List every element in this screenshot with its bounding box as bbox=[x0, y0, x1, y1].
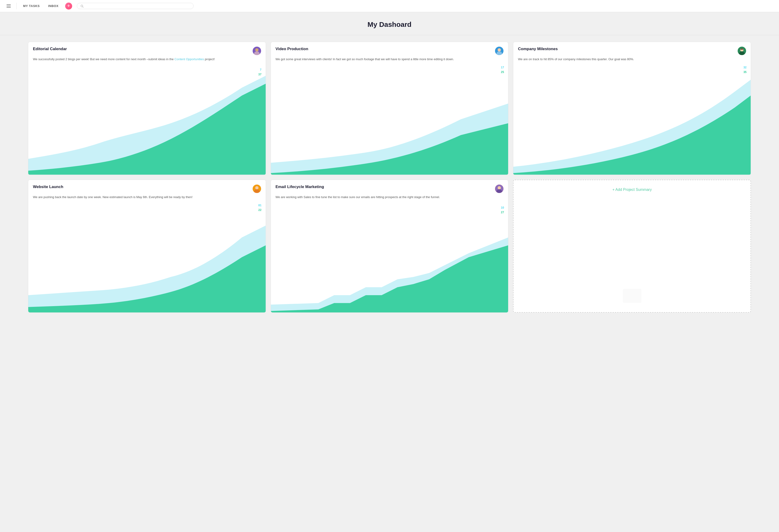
search-bar[interactable] bbox=[77, 3, 194, 9]
card-title: Email Lifecycle Marketing bbox=[276, 185, 324, 189]
chart-bottom-label: 37 bbox=[258, 73, 261, 76]
page-header: My Dashoard bbox=[0, 12, 779, 35]
card-body: We successfully posted 2 blogs per week!… bbox=[28, 57, 266, 64]
svg-point-12 bbox=[255, 186, 258, 190]
add-project-icon bbox=[623, 289, 642, 303]
avatar bbox=[495, 185, 503, 193]
inbox-link[interactable]: INBOX bbox=[46, 3, 60, 9]
card-email-lifecycle: Email Lifecycle Marketing We are working… bbox=[271, 180, 508, 313]
chart-bottom-label: 35 bbox=[743, 70, 746, 74]
content-opportunities-link[interactable]: Content Opportunities bbox=[174, 57, 204, 61]
svg-point-15 bbox=[498, 186, 501, 190]
my-tasks-link[interactable]: MY TASKS bbox=[21, 3, 42, 9]
chart-area: 81 22 bbox=[28, 202, 266, 313]
add-button[interactable]: + bbox=[65, 3, 72, 10]
svg-point-3 bbox=[255, 48, 258, 52]
card-header: Website Launch bbox=[28, 180, 266, 195]
chart-bottom-label: 27 bbox=[501, 211, 504, 214]
svg-line-1 bbox=[82, 7, 83, 7]
chart-top-label: 17 bbox=[501, 66, 504, 69]
dashboard-grid: Editorial Calendar We successfully poste… bbox=[0, 35, 779, 319]
card-company-milestones: Company Milestones We are on track to hi… bbox=[513, 42, 751, 175]
search-input[interactable] bbox=[85, 4, 190, 8]
avatar bbox=[495, 47, 503, 55]
search-icon bbox=[80, 4, 83, 8]
card-title: Editorial Calendar bbox=[33, 47, 67, 51]
avatar bbox=[253, 47, 261, 55]
add-project-card[interactable]: + Add Project Summary bbox=[513, 180, 751, 313]
card-video-production: Video Production We got some great inter… bbox=[271, 42, 508, 175]
chart-bottom-label: 25 bbox=[501, 70, 504, 74]
avatar bbox=[738, 47, 746, 55]
card-header: Video Production bbox=[271, 42, 508, 57]
page-title: My Dashoard bbox=[0, 20, 779, 28]
card-body: We are on track to hit 85% of our compan… bbox=[513, 57, 751, 64]
avatar bbox=[253, 185, 261, 193]
card-header: Editorial Calendar bbox=[28, 42, 266, 57]
card-body: We are working with Sales to fine tune t… bbox=[271, 195, 508, 202]
chart-bottom-label: 22 bbox=[258, 208, 261, 212]
topnav: MY TASKS INBOX + bbox=[0, 0, 779, 12]
chart-top-label: 10 bbox=[501, 206, 504, 209]
chart-top-label: 81 bbox=[258, 204, 261, 207]
card-header: Email Lifecycle Marketing bbox=[271, 180, 508, 195]
card-editorial-calendar: Editorial Calendar We successfully poste… bbox=[28, 42, 266, 175]
card-title: Website Launch bbox=[33, 185, 63, 189]
chart-area: 32 35 bbox=[513, 64, 751, 175]
chart-top-label: 32 bbox=[743, 66, 746, 69]
card-body: We got some great interviews with client… bbox=[271, 57, 508, 64]
chart-area: 17 25 bbox=[271, 64, 508, 175]
card-website-launch: Website Launch We are pushing back the l… bbox=[28, 180, 266, 313]
chart-area: 10 27 bbox=[271, 202, 508, 313]
card-title: Video Production bbox=[276, 47, 308, 51]
card-header: Company Milestones bbox=[513, 42, 751, 57]
chart-area: 7 37 bbox=[28, 64, 266, 175]
add-project-label[interactable]: + Add Project Summary bbox=[612, 188, 652, 192]
card-title: Company Milestones bbox=[518, 47, 558, 51]
hamburger-menu[interactable] bbox=[6, 3, 12, 9]
chart-top-label: 7 bbox=[260, 68, 261, 71]
plus-icon: + bbox=[67, 3, 70, 8]
card-body: We are pushing back the launch date by o… bbox=[28, 195, 266, 202]
svg-point-6 bbox=[498, 48, 501, 52]
